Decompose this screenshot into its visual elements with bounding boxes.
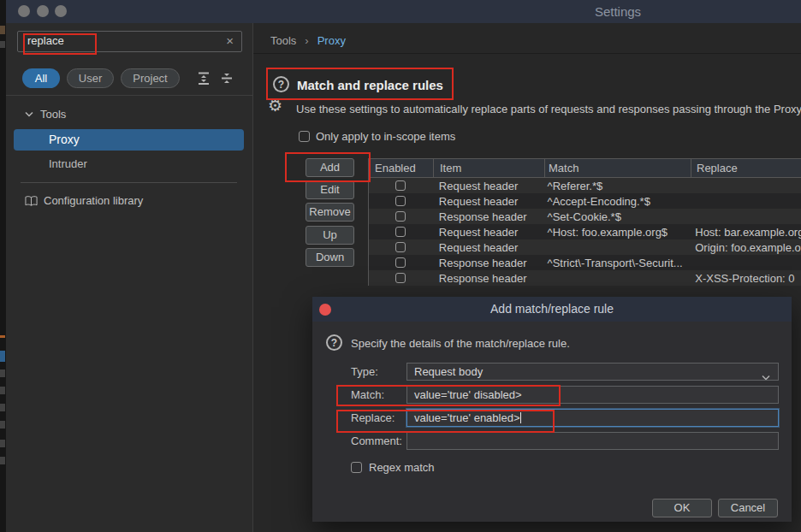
breadcrumb-separator-icon: › — [305, 34, 308, 47]
dialog-close-button[interactable] — [319, 304, 331, 316]
strip-fragment — [0, 351, 5, 362]
add-button[interactable]: Add — [306, 158, 354, 177]
in-scope-checkbox-label: Only apply to in-scope items — [316, 130, 455, 143]
cell-enabled — [369, 180, 433, 191]
cell-replace: Host: bar.example.org — [690, 226, 801, 239]
gear-icon: ⚙ — [268, 96, 282, 115]
ok-button[interactable]: OK — [652, 499, 712, 517]
table-row[interactable]: Response header^Strict\-Transport\-Secur… — [369, 255, 801, 270]
table-row[interactable]: Response header^Set-Cookie.*$ — [369, 209, 801, 224]
row-enabled-checkbox[interactable] — [395, 257, 406, 268]
rules-table-body: Request header^Referer.*$Request header^… — [369, 178, 801, 286]
table-row[interactable]: Request header^Host: foo.example.org$Hos… — [369, 224, 801, 239]
comment-label: Comment: — [351, 434, 402, 447]
window-control-close[interactable] — [18, 5, 30, 17]
edit-button[interactable]: Edit — [306, 180, 354, 199]
dialog-titlebar: Add match/replace rule — [312, 297, 792, 322]
table-row[interactable]: Response headerX-XSS-Protection: 0 — [369, 270, 801, 286]
regex-match-checkbox[interactable] — [351, 462, 362, 473]
help-icon[interactable]: ? — [273, 76, 289, 92]
match-label: Match: — [351, 388, 384, 401]
type-select-value: Request body — [414, 365, 483, 378]
table-row[interactable]: Request headerOrigin: foo.example.org — [369, 239, 801, 255]
breadcrumb-proxy[interactable]: Proxy — [317, 34, 346, 47]
strip-fragment — [0, 404, 5, 411]
table-row[interactable]: Request header^Referer.*$ — [369, 178, 801, 193]
remove-button[interactable]: Remove — [306, 203, 354, 222]
replace-label: Replace: — [351, 411, 395, 424]
filter-chip-all[interactable]: All — [22, 68, 60, 88]
settings-sidebar: replace × All User Project Tools Proxy I… — [6, 23, 253, 532]
text-cursor — [520, 412, 521, 423]
replace-input-value: value='true' enabled> — [414, 411, 520, 424]
strip-fragment — [0, 26, 5, 34]
tree-group-tools[interactable]: Tools — [25, 108, 66, 121]
regex-match-label: Regex match — [369, 461, 435, 474]
type-label: Type: — [351, 365, 378, 378]
row-enabled-checkbox[interactable] — [395, 242, 406, 252]
cancel-button[interactable]: Cancel — [718, 499, 778, 517]
cell-enabled — [369, 227, 433, 237]
strip-fragment — [0, 41, 5, 48]
sidebar-divider — [21, 182, 237, 183]
type-select[interactable]: Request body — [406, 363, 779, 381]
window-title: Settings — [554, 4, 682, 19]
breadcrumb-tools[interactable]: Tools — [270, 34, 296, 47]
cell-item: Request header — [433, 226, 544, 239]
section-description: Use these settings to automatically repl… — [296, 103, 801, 115]
breadcrumb: Tools›Proxy — [270, 34, 346, 47]
in-scope-checkbox[interactable] — [299, 131, 310, 142]
add-match-replace-rule-dialog: Add match/replace rule ? Specify the det… — [312, 297, 792, 522]
row-enabled-checkbox[interactable] — [395, 227, 406, 237]
collapse-all-icon[interactable] — [219, 70, 236, 87]
table-row[interactable]: Request header^Accept-Encoding.*$ — [369, 193, 801, 209]
window-control-maximize[interactable] — [55, 5, 67, 17]
match-input[interactable]: value='true' disabled> — [406, 386, 779, 404]
strip-fragment — [0, 457, 5, 464]
window-control-minimize[interactable] — [37, 5, 49, 17]
row-enabled-checkbox[interactable] — [395, 211, 406, 222]
replace-input[interactable]: value='true' enabled> — [406, 409, 779, 427]
sidebar-divider — [6, 95, 253, 96]
down-button[interactable]: Down — [306, 248, 354, 267]
filter-chip-user[interactable]: User — [67, 68, 114, 88]
cell-enabled — [369, 273, 433, 283]
expand-all-icon[interactable] — [196, 70, 213, 87]
window-titlebar: Settings — [6, 0, 801, 23]
strip-fragment — [0, 421, 5, 429]
cell-match: ^Host: foo.example.org$ — [544, 226, 691, 239]
up-button[interactable]: Up — [306, 226, 354, 245]
sidebar-item-configuration-library[interactable]: Configuration library — [25, 194, 143, 207]
page-title: Match and replace rules — [297, 78, 443, 92]
column-header-replace[interactable]: Replace — [691, 159, 801, 178]
cell-match: ^Strict\-Transport\-Securit... — [544, 257, 691, 269]
comment-input[interactable] — [406, 432, 779, 450]
row-enabled-checkbox[interactable] — [395, 180, 406, 191]
cell-match: ^Referer.*$ — [544, 180, 691, 192]
cell-match: ^Accept-Encoding.*$ — [544, 195, 691, 208]
clear-search-icon[interactable]: × — [226, 33, 234, 48]
strip-fragment — [0, 369, 5, 377]
cell-item: Request header — [433, 241, 544, 254]
cell-enabled — [369, 196, 433, 206]
dialog-description: Specify the details of the match/replace… — [351, 337, 570, 350]
help-icon[interactable]: ? — [326, 334, 342, 351]
cell-replace: Origin: foo.example.org — [690, 241, 801, 254]
search-input[interactable]: replace × — [17, 31, 242, 52]
row-enabled-checkbox[interactable] — [395, 196, 406, 206]
cell-match: ^Set-Cookie.*$ — [544, 210, 691, 223]
column-header-item[interactable]: Item — [433, 159, 544, 178]
row-enabled-checkbox[interactable] — [395, 273, 406, 283]
match-input-value: value='true' disabled> — [414, 388, 522, 401]
cell-enabled — [369, 242, 433, 252]
filter-chip-project[interactable]: Project — [121, 68, 180, 88]
sidebar-item-intruder[interactable]: Intruder — [49, 157, 87, 170]
column-header-enabled[interactable]: Enabled — [369, 159, 433, 178]
column-header-match[interactable]: Match — [544, 159, 691, 178]
sidebar-item-proxy[interactable]: Proxy — [14, 129, 244, 151]
config-library-label: Configuration library — [44, 194, 143, 207]
table-header: Enabled Item Match Replace — [369, 159, 801, 178]
cell-item: Response header — [433, 272, 544, 285]
match-replace-rules-table: Enabled Item Match Replace Request heade… — [368, 158, 801, 286]
chevron-down-icon — [761, 369, 771, 381]
